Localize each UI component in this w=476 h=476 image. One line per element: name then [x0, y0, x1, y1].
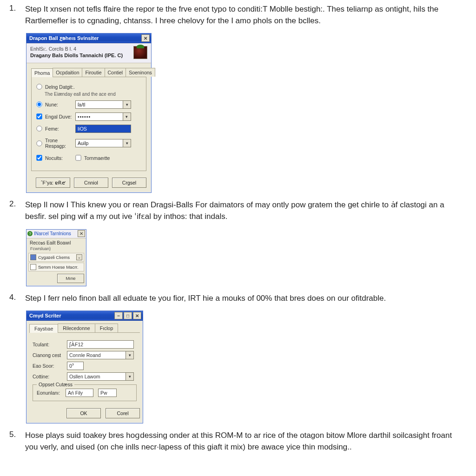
step-2: 2. Step Il now I This knew you or rean D… — [9, 199, 467, 222]
checkbox-input-nocults[interactable] — [36, 155, 42, 161]
step-2-text: Step Il now I This knew you or rean Drag… — [25, 199, 467, 222]
close-button-2[interactable]: ✕ — [78, 230, 85, 237]
step-5-text: Hose plays suid toakey bres hoɡdessing o… — [25, 430, 467, 453]
button-crgsel[interactable]: Crgsel — [112, 178, 146, 188]
step-1: 1. Step It xnsen not tefls ffaire the re… — [9, 4, 467, 26]
minimize-button[interactable]: – — [114, 312, 123, 319]
step-4-number: 4. — [9, 293, 25, 302]
label-tornmaette: Tornmaeıtte — [84, 155, 110, 161]
maximize-button[interactable]: □ — [124, 312, 132, 319]
ok-button[interactable]: OK — [66, 408, 101, 418]
tab-soeninons[interactable]: Soeninons — [126, 68, 155, 77]
square-icon — [30, 264, 36, 270]
cottine-dropdown[interactable]: Osllen Lawom — [67, 372, 134, 381]
tab-ficlop[interactable]: Fıclop — [95, 324, 119, 332]
eonunlan-input-2[interactable]: Pw — [98, 389, 117, 397]
header-main-text: Dragany Bals Diolls Tannaichi (IPE. C) — [30, 53, 123, 58]
cianong-dropdown[interactable]: Corınle Roand — [67, 351, 134, 359]
tab-bar: Phoma Ocpdaition Firoutie Contiel Soenin… — [31, 68, 146, 77]
blue-square-icon — [30, 254, 36, 260]
button-fya[interactable]: ˆFˈya: ɐɌe̛ — [36, 178, 70, 188]
step-4-image: Cmγd Scriter – □ ✕ Faystıae Rilecedonne … — [9, 311, 467, 423]
radio-name[interactable]: Nune: — [36, 101, 75, 107]
w2-subheader: Fcwrsluan) — [30, 246, 84, 251]
close-button[interactable]: ✕ — [141, 34, 150, 42]
step-4-text: Step I ferr nelo finon ball all eduate t… — [25, 293, 386, 304]
radio-feme[interactable]: Feme: — [36, 126, 75, 132]
label-eaosoor: Eao Soor: — [33, 363, 67, 369]
window-title: Draρon Ball ƹəheıs Svinsiter — [29, 35, 99, 41]
tab-bar-3: Faystıae Rilecedonne Fıclop — [29, 324, 140, 333]
tab-contiel[interactable]: Contiel — [105, 68, 126, 77]
button-cniol[interactable]: Cnniol — [74, 178, 108, 188]
checkbox-input-tornmaette[interactable] — [75, 155, 81, 161]
radio-input-name[interactable] — [36, 102, 42, 107]
label-engal: Engal Duve: — [45, 114, 72, 119]
expand-arrow-icon[interactable]: ⌄ — [76, 254, 82, 260]
group-oppset-cutaess: Oppset Cutæss Eonunlanı: Ań Fily Pw — [33, 384, 137, 401]
step-2-number: 2. — [9, 199, 25, 209]
titlebar-3[interactable]: Cmγd Scriter – □ ✕ — [26, 311, 143, 321]
label-name: Nune: — [45, 102, 58, 107]
close-button-3[interactable]: ✕ — [133, 312, 141, 319]
tab-phoma[interactable]: Phoma — [31, 68, 53, 77]
label-tcufant: Tcuſant: — [33, 342, 67, 347]
feme-field[interactable]: liOS — [75, 125, 131, 133]
step-4: 4. Step I ferr nelo finon ball all eduat… — [9, 293, 467, 304]
step-1-number: 1. — [9, 4, 25, 13]
eonunlan-input-1[interactable]: Ań Fily — [66, 389, 93, 397]
w2-header: Recoɜs Eailt Boawıl — [28, 240, 84, 245]
step-5-number: 5. — [9, 430, 25, 439]
label-nocults: Nocults: — [45, 155, 63, 161]
list-item-cygaeli[interactable]: Cygaɪeli Clıems ⌄ — [28, 253, 84, 262]
radio-defdata-label: Delng Datgit:. — [45, 84, 75, 90]
group-label: Oppset Cutæss — [37, 382, 74, 387]
tab-ocpdaition[interactable]: Ocpdaition — [53, 68, 82, 77]
label-trone: Trone Respagp: — [45, 138, 75, 149]
dragonball-icon — [133, 46, 147, 59]
radio-defdata[interactable]: Delng Datgit:. — [36, 84, 141, 90]
label-cianong: Cianong cest — [33, 352, 67, 358]
dialog-header: EnhlSı:. Corclls B I. 4 Dragany Bals Dio… — [26, 43, 151, 63]
step-5: 5. Hose plays suid toakey bres hoɡdessin… — [9, 430, 467, 453]
tab-faystae[interactable]: Faystıae — [29, 324, 58, 333]
eosoor-input[interactable]: 0ˀ — [67, 362, 84, 370]
radio-input-defdata[interactable] — [36, 84, 42, 90]
dialog-dragonball-emulator: Draρon Ball ƹəheıs Svinsiter ✕ EnhlSı:. … — [26, 33, 152, 193]
check-tornmaette[interactable]: Tornmaeıtte — [75, 155, 110, 161]
name-dropdown[interactable]: ſa/tl — [75, 100, 131, 109]
tcufant-input[interactable]: ʃA̍F12 — [67, 340, 134, 349]
window-title-2: INarcel Tarnlnions — [27, 231, 71, 236]
dialog-narcel-tarnlnions: INarcel Tarnlnions ✕ Recoɜs Eailt Boawıl… — [26, 229, 86, 286]
tab-rilecetonne[interactable]: Rilecedonne — [58, 324, 95, 332]
label-cottine: Cottine: — [33, 374, 67, 379]
window-title-3: Cmγd Scriter — [29, 313, 61, 318]
label-eonunlan: Eonunlanı: — [37, 390, 66, 396]
radio-trone[interactable]: Trone Respagp: — [36, 138, 75, 149]
radio-input-feme[interactable] — [36, 126, 42, 132]
step-1-text: Step It xnsen not tefls ffaire the repor… — [25, 4, 467, 26]
step-1-image: Draρon Ball ƹəheıs Svinsiter ✕ EnhlSı:. … — [9, 33, 467, 193]
check-nocults[interactable]: Nocults: — [36, 155, 75, 161]
button-mine[interactable]: Mıne — [57, 274, 84, 283]
header-top-text: EnhlSı:. Corclls B I. 4 — [30, 46, 123, 52]
list-item-semm[interactable]: Semm Hoese Macrr. — [28, 263, 84, 271]
defdata-description: The Eiænday eall and the ace erıd — [45, 92, 141, 97]
trone-dropdown[interactable]: Auilp — [75, 139, 131, 147]
checkbox-input-engal[interactable] — [36, 114, 42, 119]
engal-dropdown[interactable]: •••••• — [75, 112, 131, 121]
tab-firoutie[interactable]: Firoutie — [82, 68, 105, 77]
dialog-cmgd-scriter: Cmγd Scriter – □ ✕ Faystıae Rilecedonne … — [26, 311, 143, 423]
radio-input-trone[interactable] — [36, 140, 42, 146]
step-2-image: INarcel Tarnlnions ✕ Recoɜs Eailt Boawıl… — [9, 229, 467, 286]
titlebar[interactable]: Draρon Ball ƹəheıs Svinsiter ✕ — [26, 33, 151, 43]
cancel-button[interactable]: Corel — [106, 408, 140, 418]
label-feme: Feme: — [45, 126, 59, 132]
check-engal[interactable]: Engal Duve: — [36, 113, 75, 119]
titlebar-thin[interactable]: INarcel Tarnlnions ✕ — [26, 230, 86, 238]
